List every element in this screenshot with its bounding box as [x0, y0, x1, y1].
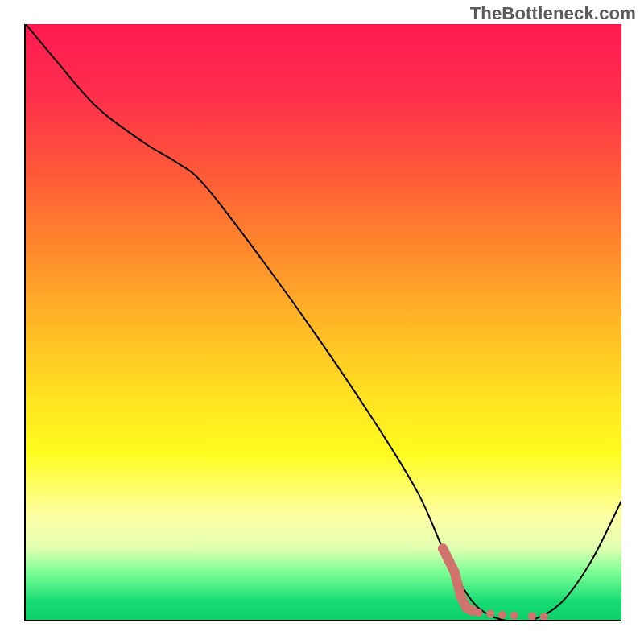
min-marker-dot: [453, 580, 463, 589]
min-marker-dot: [510, 612, 518, 620]
min-marker-dot: [528, 613, 536, 620]
min-marker-dot: [450, 568, 460, 577]
min-marker-dot: [474, 609, 482, 617]
bottleneck-curve: [26, 24, 621, 620]
flat-min-marker: [438, 543, 548, 620]
plot-area: [24, 24, 621, 621]
watermark-text: TheBottleneck.com: [470, 3, 636, 24]
chart-stage: TheBottleneck.com: [0, 0, 644, 644]
min-marker-dot: [498, 611, 506, 619]
min-marker-dot: [438, 543, 448, 553]
curve-layer: [26, 24, 621, 620]
min-marker-dot: [486, 610, 494, 618]
min-marker-dot: [444, 555, 453, 565]
